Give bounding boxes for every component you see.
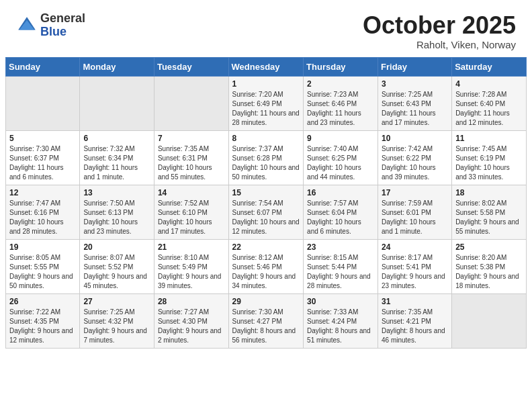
- weekday-header-wednesday: Wednesday: [228, 57, 304, 76]
- day-number: 1: [232, 79, 300, 89]
- calendar-cell: 27Sunrise: 7:25 AM Sunset: 4:32 PM Dayli…: [80, 293, 154, 348]
- month-title: October 2025: [363, 12, 516, 39]
- day-number: 28: [158, 297, 225, 306]
- weekday-header-sunday: Sunday: [6, 57, 80, 76]
- day-info: Sunrise: 8:05 AM Sunset: 5:55 PM Dayligh…: [9, 253, 76, 291]
- day-info: Sunrise: 8:10 AM Sunset: 5:49 PM Dayligh…: [158, 253, 225, 291]
- day-info: Sunrise: 7:42 AM Sunset: 6:22 PM Dayligh…: [382, 144, 448, 182]
- calendar-cell: 21Sunrise: 8:10 AM Sunset: 5:49 PM Dayli…: [154, 239, 228, 293]
- logo-text: General Blue: [40, 12, 85, 39]
- weekday-header-friday: Friday: [378, 57, 452, 76]
- day-number: 18: [455, 188, 523, 197]
- day-number: 8: [232, 134, 300, 143]
- day-number: 20: [83, 242, 150, 252]
- calendar-cell: 22Sunrise: 8:12 AM Sunset: 5:46 PM Dayli…: [228, 239, 304, 293]
- calendar-week-2: 5Sunrise: 7:30 AM Sunset: 6:37 PM Daylig…: [6, 130, 527, 185]
- day-info: Sunrise: 8:17 AM Sunset: 5:41 PM Dayligh…: [382, 253, 448, 291]
- calendar-table: SundayMondayTuesdayWednesdayThursdayFrid…: [5, 57, 527, 349]
- calendar-cell: 14Sunrise: 7:52 AM Sunset: 6:10 PM Dayli…: [154, 185, 228, 239]
- day-number: 3: [382, 79, 448, 89]
- day-number: 21: [158, 242, 225, 252]
- day-info: Sunrise: 7:47 AM Sunset: 6:16 PM Dayligh…: [9, 199, 76, 236]
- day-number: 27: [83, 297, 150, 306]
- logo: General Blue: [16, 12, 85, 39]
- calendar-cell: 16Sunrise: 7:57 AM Sunset: 6:04 PM Dayli…: [304, 185, 378, 239]
- calendar-cell: 26Sunrise: 7:22 AM Sunset: 4:35 PM Dayli…: [6, 293, 80, 348]
- day-info: Sunrise: 8:07 AM Sunset: 5:52 PM Dayligh…: [83, 253, 150, 291]
- calendar-header: SundayMondayTuesdayWednesdayThursdayFrid…: [6, 57, 527, 76]
- day-number: 26: [9, 297, 76, 306]
- calendar-cell: [6, 76, 80, 130]
- day-number: 2: [307, 79, 374, 89]
- day-info: Sunrise: 7:57 AM Sunset: 6:04 PM Dayligh…: [307, 199, 374, 236]
- calendar-cell: 23Sunrise: 8:15 AM Sunset: 5:44 PM Dayli…: [304, 239, 378, 293]
- day-number: 10: [382, 134, 448, 143]
- day-number: 13: [83, 188, 150, 197]
- day-number: 7: [158, 134, 225, 143]
- weekday-header-tuesday: Tuesday: [154, 57, 228, 76]
- day-info: Sunrise: 7:33 AM Sunset: 4:24 PM Dayligh…: [307, 308, 374, 345]
- calendar-cell: 28Sunrise: 7:27 AM Sunset: 4:30 PM Dayli…: [154, 293, 228, 348]
- day-number: 5: [9, 134, 76, 143]
- day-info: Sunrise: 8:20 AM Sunset: 5:38 PM Dayligh…: [455, 253, 523, 291]
- calendar-week-1: 1Sunrise: 7:20 AM Sunset: 6:49 PM Daylig…: [6, 76, 527, 130]
- calendar-cell: 6Sunrise: 7:32 AM Sunset: 6:34 PM Daylig…: [80, 130, 154, 185]
- calendar-week-3: 12Sunrise: 7:47 AM Sunset: 6:16 PM Dayli…: [6, 185, 527, 239]
- day-info: Sunrise: 7:25 AM Sunset: 6:43 PM Dayligh…: [382, 90, 448, 128]
- day-number: 11: [455, 134, 523, 143]
- day-number: 14: [158, 188, 225, 197]
- calendar-body: 1Sunrise: 7:20 AM Sunset: 6:49 PM Daylig…: [6, 76, 527, 348]
- day-number: 29: [232, 297, 300, 306]
- day-info: Sunrise: 7:30 AM Sunset: 6:37 PM Dayligh…: [9, 144, 76, 182]
- calendar-cell: 29Sunrise: 7:30 AM Sunset: 4:27 PM Dayli…: [228, 293, 304, 348]
- day-info: Sunrise: 7:35 AM Sunset: 6:31 PM Dayligh…: [158, 144, 225, 182]
- day-number: 30: [307, 297, 374, 306]
- weekday-header-saturday: Saturday: [452, 57, 527, 76]
- day-number: 25: [455, 242, 523, 252]
- calendar-cell: 2Sunrise: 7:23 AM Sunset: 6:46 PM Daylig…: [304, 76, 378, 130]
- day-info: Sunrise: 7:37 AM Sunset: 6:28 PM Dayligh…: [232, 144, 300, 182]
- weekday-header-monday: Monday: [80, 57, 154, 76]
- calendar-cell: 8Sunrise: 7:37 AM Sunset: 6:28 PM Daylig…: [228, 130, 304, 185]
- day-number: 16: [307, 188, 374, 197]
- calendar-week-5: 26Sunrise: 7:22 AM Sunset: 4:35 PM Dayli…: [6, 293, 527, 348]
- weekday-header-thursday: Thursday: [304, 57, 378, 76]
- calendar-cell: 11Sunrise: 7:45 AM Sunset: 6:19 PM Dayli…: [452, 130, 527, 185]
- day-info: Sunrise: 8:12 AM Sunset: 5:46 PM Dayligh…: [232, 253, 300, 291]
- calendar-cell: 24Sunrise: 8:17 AM Sunset: 5:41 PM Dayli…: [378, 239, 452, 293]
- day-info: Sunrise: 7:23 AM Sunset: 6:46 PM Dayligh…: [307, 90, 374, 128]
- logo-general: General: [40, 12, 85, 26]
- calendar-cell: 1Sunrise: 7:20 AM Sunset: 6:49 PM Daylig…: [228, 76, 304, 130]
- calendar-cell: [80, 76, 154, 130]
- calendar-cell: 13Sunrise: 7:50 AM Sunset: 6:13 PM Dayli…: [80, 185, 154, 239]
- calendar-cell: 12Sunrise: 7:47 AM Sunset: 6:16 PM Dayli…: [6, 185, 80, 239]
- calendar-cell: 17Sunrise: 7:59 AM Sunset: 6:01 PM Dayli…: [378, 185, 452, 239]
- calendar-cell: [154, 76, 228, 130]
- day-info: Sunrise: 7:32 AM Sunset: 6:34 PM Dayligh…: [83, 144, 150, 182]
- day-info: Sunrise: 7:30 AM Sunset: 4:27 PM Dayligh…: [232, 308, 300, 345]
- calendar-cell: 10Sunrise: 7:42 AM Sunset: 6:22 PM Dayli…: [378, 130, 452, 185]
- day-info: Sunrise: 7:50 AM Sunset: 6:13 PM Dayligh…: [83, 199, 150, 236]
- day-number: 9: [307, 134, 374, 143]
- day-number: 24: [382, 242, 448, 252]
- calendar-cell: [452, 293, 527, 348]
- logo-blue: Blue: [40, 26, 85, 39]
- day-info: Sunrise: 7:28 AM Sunset: 6:40 PM Dayligh…: [455, 90, 523, 128]
- day-number: 19: [9, 242, 76, 252]
- page-header: General Blue October 2025 Raholt, Viken,…: [0, 0, 532, 57]
- day-info: Sunrise: 7:25 AM Sunset: 4:32 PM Dayligh…: [83, 308, 150, 345]
- calendar-cell: 19Sunrise: 8:05 AM Sunset: 5:55 PM Dayli…: [6, 239, 80, 293]
- day-number: 12: [9, 188, 76, 197]
- day-info: Sunrise: 7:40 AM Sunset: 6:25 PM Dayligh…: [307, 144, 374, 182]
- calendar-cell: 3Sunrise: 7:25 AM Sunset: 6:43 PM Daylig…: [378, 76, 452, 130]
- calendar-cell: 9Sunrise: 7:40 AM Sunset: 6:25 PM Daylig…: [304, 130, 378, 185]
- calendar-cell: 18Sunrise: 8:02 AM Sunset: 5:58 PM Dayli…: [452, 185, 527, 239]
- day-info: Sunrise: 7:45 AM Sunset: 6:19 PM Dayligh…: [455, 144, 523, 182]
- calendar-cell: 15Sunrise: 7:54 AM Sunset: 6:07 PM Dayli…: [228, 185, 304, 239]
- calendar-cell: 7Sunrise: 7:35 AM Sunset: 6:31 PM Daylig…: [154, 130, 228, 185]
- calendar-cell: 25Sunrise: 8:20 AM Sunset: 5:38 PM Dayli…: [452, 239, 527, 293]
- calendar-week-4: 19Sunrise: 8:05 AM Sunset: 5:55 PM Dayli…: [6, 239, 527, 293]
- calendar-cell: 5Sunrise: 7:30 AM Sunset: 6:37 PM Daylig…: [6, 130, 80, 185]
- day-info: Sunrise: 7:27 AM Sunset: 4:30 PM Dayligh…: [158, 308, 225, 345]
- day-info: Sunrise: 7:22 AM Sunset: 4:35 PM Dayligh…: [9, 308, 76, 345]
